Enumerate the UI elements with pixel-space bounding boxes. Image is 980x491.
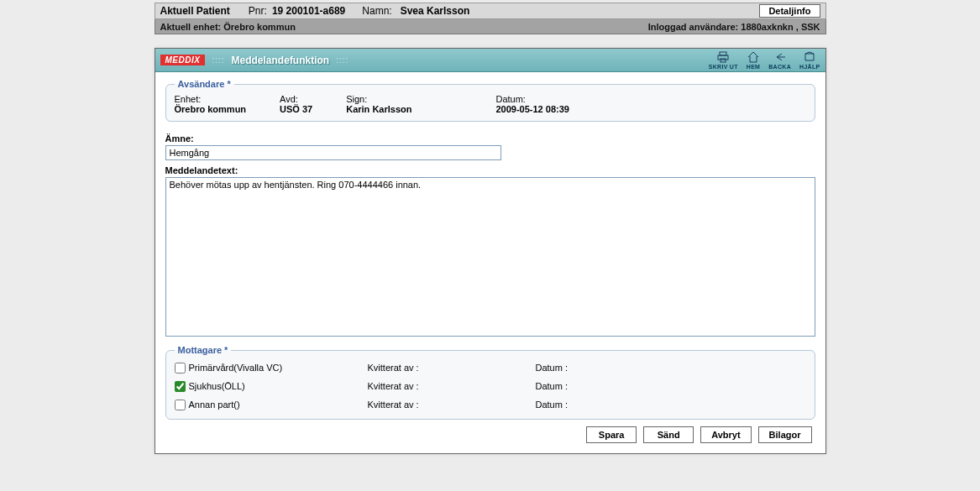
current-unit: Aktuell enhet: Örebro kommun [160,22,296,32]
message-window: MEDDIX :::: Meddelandefunktion :::: SKRI… [155,48,826,454]
sign-value: Karin Karlsson [346,104,411,114]
recipient-label: Sjukhus(ÖLL) [189,381,245,391]
datum-label: Datum : [536,381,569,391]
recipients-legend: Mottagare * [175,345,232,355]
kvitterat-label: Kvitterat av : [368,381,536,391]
subject-label: Ämne: [165,133,815,144]
detail-info-button[interactable]: Detaljinfo [759,4,820,18]
kvitterat-label: Kvitterat av : [368,363,536,373]
logged-in-user: Inloggad användare: 1880axknkn , SSK [648,22,820,32]
window-title: Meddelandefunktion [232,55,330,66]
cancel-button[interactable]: Avbryt [700,426,751,443]
back-label: BACKA [768,64,791,70]
brand-logo: MEDDIX [160,55,206,65]
sender-legend: Avsändare * [175,79,234,89]
message-label: Meddelandetext: [165,165,815,175]
datum-label: Datum : [536,400,569,410]
sign-label: Sign: [346,94,411,104]
help-button[interactable]: HJÄLP [799,51,820,70]
recipient-row: Sjukhus(ÖLL) Kvitterat av : Datum : [175,377,806,395]
recipient-row: Annan part() Kvitterat av : Datum : [175,395,806,414]
printer-icon [716,51,730,64]
recipient-checkbox-primarvard[interactable] [175,363,186,373]
unit-label: Enhet: [175,94,247,104]
kvitterat-label: Kvitterat av : [368,400,536,410]
separator-icon: :::: [212,55,224,65]
dept-value: USÖ 37 [280,104,312,114]
help-label: HJÄLP [799,64,820,70]
back-arrow-icon [773,51,787,64]
recipient-label: Primärvård(Vivalla VC) [189,363,283,373]
print-button[interactable]: SKRIV UT [709,51,738,70]
help-icon [803,51,816,64]
recipient-label: Annan part() [189,400,240,410]
home-button[interactable]: HEM [747,51,760,70]
print-label: SKRIV UT [709,64,738,70]
message-textarea[interactable] [165,177,815,337]
recipient-checkbox-sjukhus[interactable] [175,381,186,392]
save-button[interactable]: Spara [586,426,637,443]
separator-icon: :::: [336,55,349,65]
toolbar: SKRIV UT HEM BACKA [709,51,820,70]
recipient-checkbox-annan[interactable] [175,400,186,410]
back-button[interactable]: BACKA [768,51,791,70]
unit-bar: Aktuell enhet: Örebro kommun Inloggad an… [155,19,826,34]
dept-label: Avd: [280,94,312,104]
date-label: Datum: [495,94,569,104]
patient-title: Aktuell Patient [160,5,230,17]
date-value: 2009-05-12 08:39 [495,104,569,114]
home-icon [747,51,760,64]
recipients-fieldset: Mottagare * Primärvård(Vivalla VC) Kvitt… [165,345,815,420]
action-buttons: Spara Sänd Avbryt Bilagor [165,420,815,445]
titlebar: MEDDIX :::: Meddelandefunktion :::: SKRI… [155,49,825,72]
home-label: HEM [747,64,760,70]
patient-bar: Aktuell Patient Pnr: 19 200101-a689 Namn… [155,3,826,19]
attach-button[interactable]: Bilagor [758,426,812,443]
name-label: Namn: [362,5,391,17]
datum-label: Datum : [536,363,569,373]
recipient-row: Primärvård(Vivalla VC) Kvitterat av : Da… [175,358,806,377]
send-button[interactable]: Sänd [643,426,694,443]
name-value: Svea Karlsson [401,5,470,17]
svg-rect-0 [720,52,726,55]
pnr-value: 19 200101-a689 [272,5,345,17]
pnr-label: Pnr: [249,5,267,17]
unit-value: Örebro kommun [175,104,247,114]
sender-fieldset: Avsändare * Enhet: Örebro kommun Avd: US… [165,79,815,122]
subject-input[interactable] [165,145,501,160]
